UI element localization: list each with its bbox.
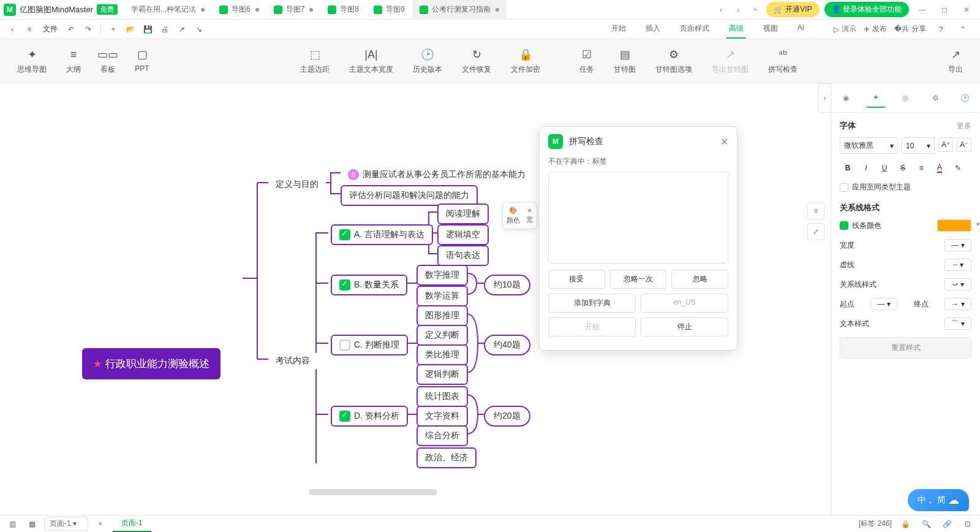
- share-button[interactable]: �共 分享: [894, 24, 926, 34]
- node-ca3[interactable]: 语句表达: [437, 245, 489, 266]
- node-cb1[interactable]: 数字推理: [417, 265, 468, 286]
- rib-encrypt[interactable]: 🔒文件加密: [503, 45, 548, 77]
- end-select[interactable]: →▾: [944, 298, 971, 310]
- ime-indicator[interactable]: 中 。简☁: [908, 489, 969, 511]
- root-node[interactable]: ★行政职业能力测验概述: [82, 348, 221, 379]
- panel-collapse-icon[interactable]: ›: [818, 83, 831, 113]
- node-cc3[interactable]: 类比推理: [417, 344, 468, 365]
- node-ce1[interactable]: 政治、经济: [417, 447, 477, 468]
- pill-10[interactable]: 约10题: [484, 275, 530, 295]
- rib-ppt[interactable]: ▢PPT: [127, 45, 157, 77]
- underline-icon[interactable]: U: [876, 160, 892, 176]
- font-decrease-icon[interactable]: A⁻: [957, 137, 971, 152]
- outline-toggle-icon[interactable]: ≡: [807, 202, 824, 219]
- horizontal-scrollbar[interactable]: [309, 489, 437, 495]
- rib-spellcheck[interactable]: ᵃᵇ拼写检查: [761, 45, 805, 77]
- rib-mindmap[interactable]: ✦思维导图: [10, 45, 54, 77]
- mini-color[interactable]: 🎨颜色: [507, 207, 520, 225]
- rib-task[interactable]: ☑任务: [572, 45, 601, 77]
- nav-forward-icon[interactable]: ›: [732, 4, 744, 16]
- font-color-icon[interactable]: A: [932, 160, 948, 176]
- menu-ai[interactable]: AI: [795, 20, 807, 39]
- menu-page-style[interactable]: 页面样式: [677, 20, 712, 39]
- node-ca[interactable]: A. 言语理解与表达: [331, 224, 433, 245]
- italic-icon[interactable]: I: [858, 160, 874, 176]
- menu-advanced[interactable]: 高级: [726, 20, 746, 39]
- node-cd1[interactable]: 统计图表: [417, 386, 468, 407]
- status-lock-icon[interactable]: 🔒: [898, 517, 913, 531]
- status-grid-icon[interactable]: ▦: [24, 517, 39, 531]
- node-definition[interactable]: 定义与目的: [268, 175, 326, 194]
- width-select[interactable]: —▾: [944, 239, 971, 251]
- bold-icon[interactable]: B: [840, 160, 856, 176]
- vip-button[interactable]: 🛒 开通VIP: [766, 2, 819, 17]
- node-exam-content[interactable]: 考试内容: [268, 352, 317, 370]
- new-icon[interactable]: ＋: [106, 22, 121, 37]
- node-cc1[interactable]: 图形推理: [417, 305, 468, 326]
- apply-type-checkbox[interactable]: [840, 183, 848, 192]
- add-page-icon[interactable]: ＋: [93, 517, 108, 531]
- menu-icon[interactable]: ≡: [22, 22, 37, 37]
- publish-button[interactable]: ✈ 发布: [864, 24, 887, 34]
- rib-gantt[interactable]: ▤甘特图: [606, 45, 643, 77]
- status-link-icon[interactable]: 🔗: [940, 517, 954, 531]
- minimize-icon[interactable]: —: [914, 1, 931, 18]
- open-icon[interactable]: 📂: [123, 22, 138, 37]
- dash-select[interactable]: ┄▾: [944, 259, 971, 271]
- suggestion-list[interactable]: [548, 172, 728, 264]
- back-icon[interactable]: ‹: [5, 22, 20, 37]
- mini-width[interactable]: ≡宽: [526, 207, 533, 225]
- node-cd2[interactable]: 文字资料: [417, 406, 468, 427]
- status-fit-icon[interactable]: ⊡: [960, 517, 975, 531]
- tab-notes[interactable]: 学霸在用...种笔记法: [124, 0, 212, 20]
- more-link[interactable]: 更多: [957, 121, 971, 131]
- save-icon[interactable]: 💾: [140, 22, 155, 37]
- menu-view[interactable]: 视图: [761, 20, 780, 39]
- rib-recover[interactable]: ↻文件恢复: [454, 45, 499, 77]
- reset-style-button[interactable]: 重置样式: [840, 337, 971, 359]
- font-size-select[interactable]: 10▾: [902, 137, 935, 154]
- menu-start[interactable]: 开始: [609, 20, 628, 39]
- node-b1a[interactable]: 8测量应试者从事公务员工作所需的基本能力: [341, 165, 533, 184]
- strike-icon[interactable]: S: [895, 160, 911, 176]
- export-icon[interactable]: ↗: [175, 22, 189, 37]
- tab-map8[interactable]: 导图8: [320, 0, 366, 20]
- highlight-icon[interactable]: ✎: [950, 160, 966, 176]
- line-color-swatch[interactable]: [937, 219, 971, 232]
- tab-exam-guide[interactable]: 公考行测复习指南: [412, 0, 507, 20]
- collapse-ribbon-icon[interactable]: ⌃: [956, 22, 970, 37]
- panel-tab-style[interactable]: ◉: [836, 88, 856, 108]
- panel-tab-map[interactable]: ◎: [895, 88, 915, 108]
- line-color-checkbox[interactable]: [840, 221, 848, 230]
- undo-icon[interactable]: ↶: [64, 22, 78, 37]
- font-family-select[interactable]: 微软雅黑▾: [840, 137, 898, 154]
- tab-map9[interactable]: 导图9: [366, 0, 412, 20]
- pill-40[interactable]: 约40题: [484, 335, 530, 355]
- skip-button[interactable]: 忽略: [671, 270, 728, 289]
- status-search-icon[interactable]: 🔍: [919, 517, 933, 531]
- panel-tab-history[interactable]: 🕑: [956, 88, 975, 108]
- node-ca1[interactable]: 阅读理解: [437, 203, 489, 224]
- rib-export[interactable]: ↗导出: [941, 45, 970, 77]
- add-dict-button[interactable]: 添加到字典: [548, 294, 636, 313]
- pill-20[interactable]: 约20题: [484, 406, 530, 427]
- rib-history[interactable]: 🕑历史版本: [405, 45, 450, 77]
- font-increase-icon[interactable]: A⁺: [938, 137, 953, 152]
- redo-icon[interactable]: ↷: [81, 22, 96, 37]
- lang-select[interactable]: en_US: [641, 294, 728, 313]
- rib-gantt-opts[interactable]: ⚙甘特图选项: [648, 45, 699, 77]
- textstyle-select[interactable]: ⌒▾: [944, 317, 971, 330]
- panel-tab-ai[interactable]: ✦: [866, 88, 886, 108]
- align-icon[interactable]: ≡: [913, 160, 929, 176]
- rib-topic-margin[interactable]: ⬚主题边距: [293, 45, 337, 77]
- help-icon[interactable]: ?: [933, 22, 948, 37]
- status-layers-icon[interactable]: ▥: [5, 517, 20, 531]
- rib-kanban[interactable]: ▭▭看板: [93, 45, 123, 77]
- close-icon[interactable]: ✕: [958, 1, 975, 18]
- file-menu[interactable]: 文件: [39, 24, 61, 34]
- stop-button[interactable]: 停止: [641, 317, 728, 336]
- import-icon[interactable]: ↘: [192, 22, 206, 37]
- start-select[interactable]: —▾: [870, 298, 897, 310]
- dialog-close-icon[interactable]: ✕: [720, 136, 728, 148]
- rib-outline[interactable]: ≡大纲: [59, 45, 88, 77]
